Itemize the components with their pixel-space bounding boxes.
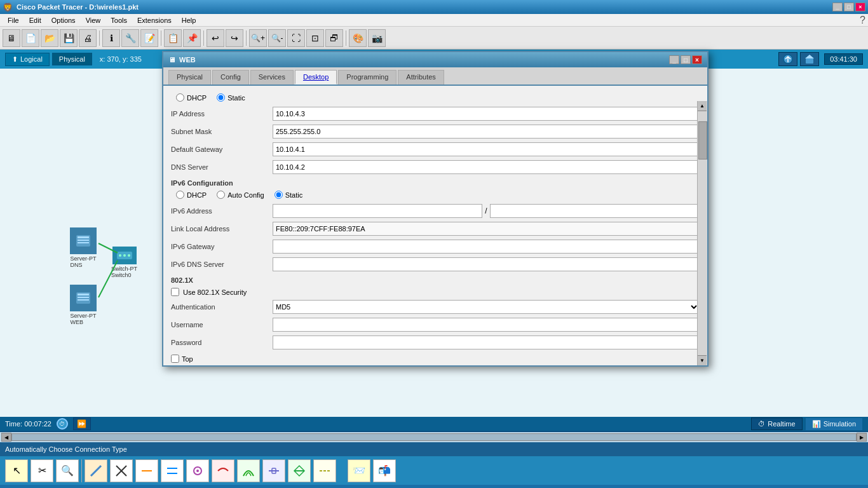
fast-forward-icon: ⏩: [77, 419, 86, 428]
scroll-track[interactable]: [11, 433, 857, 441]
horizontal-scrollbar[interactable]: ◀ ▶: [0, 432, 868, 442]
dialog-close-button[interactable]: ×: [692, 55, 702, 64]
zoom-reset-button[interactable]: ⛶: [287, 29, 305, 47]
ipv6-address-input[interactable]: [273, 204, 482, 218]
tab-physical[interactable]: Physical: [168, 70, 211, 85]
tab-desktop[interactable]: Desktop: [295, 70, 337, 85]
print-button[interactable]: 🖨: [79, 29, 97, 47]
dialog-minimize-button[interactable]: _: [669, 55, 679, 64]
octal-tool[interactable]: [288, 459, 311, 482]
custom-view-button[interactable]: 🗗: [325, 29, 343, 47]
nav-icon-1[interactable]: [778, 52, 797, 66]
paste-button[interactable]: 📌: [183, 29, 201, 47]
nav-icon-2[interactable]: [800, 52, 819, 66]
ipv6-dhcp-radio[interactable]: [176, 191, 184, 199]
select-tool[interactable]: ↖: [5, 459, 28, 482]
tab-programming[interactable]: Programming: [338, 70, 397, 85]
dialog-scrollbar[interactable]: ▲ ▼: [697, 101, 707, 365]
top-checkbox[interactable]: [171, 355, 179, 363]
add-complex-pdu[interactable]: 📬: [373, 459, 396, 482]
info-button[interactable]: ℹ: [102, 29, 120, 47]
inspect-tool[interactable]: 🔍: [56, 459, 79, 482]
tab-config[interactable]: Config: [212, 70, 249, 85]
scroll-thumb[interactable]: [698, 121, 707, 159]
maximize-button[interactable]: □: [844, 3, 854, 11]
simulation-mode-button[interactable]: 📊 Simulation: [805, 417, 863, 431]
dialog-title-bar: 🖥 WEB _ □ ×: [163, 52, 707, 67]
ipv6-static-radio-label[interactable]: Static: [275, 191, 303, 199]
physical-mode-button[interactable]: Physical: [52, 53, 92, 65]
ipv6-prefix-input[interactable]: [490, 204, 700, 218]
save-button[interactable]: 💾: [60, 29, 78, 47]
zoom-in-button[interactable]: 🔍+: [249, 29, 267, 47]
fit-button[interactable]: ⊡: [306, 29, 324, 47]
password-input[interactable]: [273, 336, 700, 349]
zoom-out-button[interactable]: 🔍-: [268, 29, 286, 47]
server-dns-device[interactable]: Server-PTDNS: [70, 227, 97, 268]
realtime-clock-icon[interactable]: ⏱: [57, 418, 68, 430]
scroll-up-button[interactable]: ▲: [698, 101, 707, 111]
ipv6-gateway-input[interactable]: [273, 240, 700, 254]
use-dot1x-row: Use 802.1X Security: [171, 288, 700, 296]
ipv6-static-radio[interactable]: [275, 191, 283, 199]
undo-button[interactable]: ↩: [207, 29, 224, 47]
scroll-right-button[interactable]: ▶: [857, 433, 867, 442]
menu-file[interactable]: File: [3, 15, 24, 25]
menu-help[interactable]: Help: [177, 15, 201, 25]
server-web-device[interactable]: Server-PTWEB: [70, 285, 97, 325]
logical-mode-button[interactable]: ⬆ Logical: [5, 53, 50, 66]
redo-button[interactable]: ↪: [226, 29, 243, 47]
wireless-tool[interactable]: [237, 459, 260, 482]
notes-button[interactable]: 📝: [140, 29, 158, 47]
dns-server-input[interactable]: [273, 160, 700, 174]
phone-tool[interactable]: [186, 459, 209, 482]
copper-crossover-tool[interactable]: [110, 459, 133, 482]
tab-services[interactable]: Services: [250, 70, 294, 85]
menu-extensions[interactable]: Extensions: [132, 15, 177, 25]
ipv6-dhcp-radio-label[interactable]: DHCP: [176, 191, 207, 199]
realtime-mode-button[interactable]: ⏱ Realtime: [751, 417, 802, 430]
menu-view[interactable]: View: [81, 15, 106, 25]
switch-device[interactable]: Switch-PTSwitch0: [111, 247, 137, 278]
auto-tool[interactable]: [313, 459, 336, 482]
add-simple-pdu[interactable]: 📨: [348, 459, 370, 482]
minimize-button[interactable]: _: [832, 3, 843, 11]
screenshot-button[interactable]: 📷: [368, 29, 386, 47]
usb-tool[interactable]: [262, 459, 285, 482]
tab-attributes[interactable]: Attributes: [398, 70, 444, 85]
scroll-left-button[interactable]: ◀: [1, 433, 11, 442]
new-button[interactable]: 📄: [22, 29, 39, 47]
menu-options[interactable]: Options: [46, 15, 81, 25]
ipv6-autoconfig-radio[interactable]: [217, 191, 225, 199]
use-dot1x-checkbox[interactable]: [171, 288, 179, 296]
ip-address-input[interactable]: [273, 107, 700, 121]
link-local-input[interactable]: [273, 222, 700, 236]
ipv6-dns-input[interactable]: [273, 257, 700, 271]
logical-button[interactable]: 🖥: [3, 29, 20, 47]
ipv6-autoconfig-radio-label[interactable]: Auto Config: [217, 191, 264, 199]
default-gateway-input[interactable]: [273, 142, 700, 156]
username-input[interactable]: [273, 318, 700, 332]
inspect-button[interactable]: 🔧: [121, 29, 139, 47]
copper-straight-tool[interactable]: [85, 459, 107, 482]
menu-tools[interactable]: Tools: [105, 15, 132, 25]
fiber-tool[interactable]: [135, 459, 158, 482]
delete-tool[interactable]: ✂: [31, 459, 53, 482]
open-button[interactable]: 📂: [41, 29, 58, 47]
static-radio-label[interactable]: Static: [217, 93, 245, 102]
fast-forward-button[interactable]: ⏩: [73, 417, 91, 430]
coax-tool[interactable]: [212, 459, 234, 482]
scroll-down-button[interactable]: ▼: [698, 355, 707, 365]
serial-tool[interactable]: [161, 459, 184, 482]
dhcp-radio-label[interactable]: DHCP: [176, 93, 207, 102]
auth-select[interactable]: MD5: [273, 300, 700, 314]
copy-button[interactable]: 📋: [164, 29, 182, 47]
static-radio[interactable]: [217, 93, 225, 102]
dialog-maximize-button[interactable]: □: [681, 55, 691, 64]
help-icon[interactable]: ?: [860, 15, 865, 26]
subnet-mask-input[interactable]: [273, 125, 700, 139]
palette-button[interactable]: 🎨: [349, 29, 367, 47]
dhcp-radio[interactable]: [176, 93, 184, 102]
menu-edit[interactable]: Edit: [24, 15, 46, 25]
close-window-button[interactable]: ×: [855, 3, 865, 11]
